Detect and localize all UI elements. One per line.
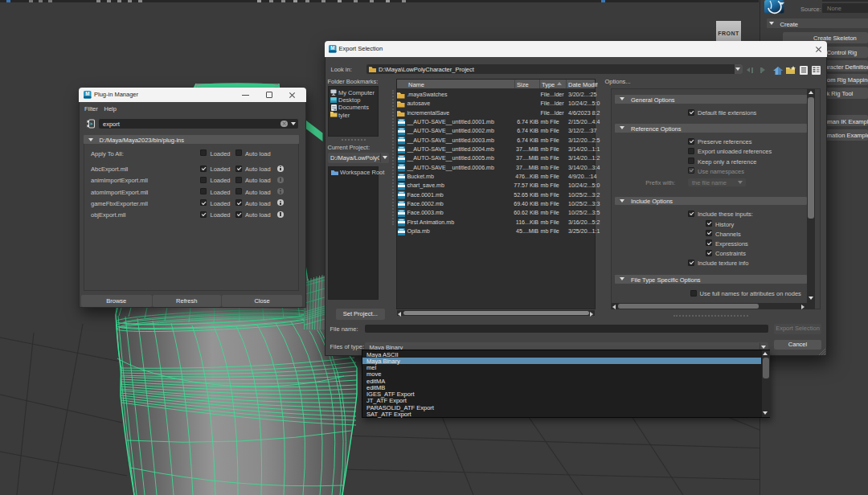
svg-text:M: M <box>85 91 89 96</box>
svg-text:M: M <box>330 45 334 51</box>
